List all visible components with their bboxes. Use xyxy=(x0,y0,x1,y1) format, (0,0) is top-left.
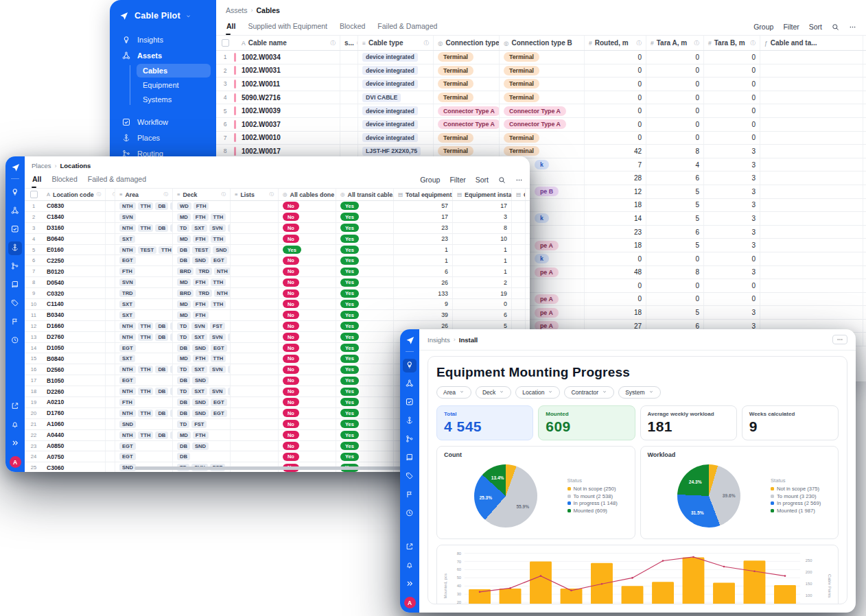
notifications-button[interactable] xyxy=(403,559,417,573)
column-header-s-[interactable]: s...ⓘ xyxy=(340,36,358,50)
rocket-logo-icon[interactable] xyxy=(403,333,417,347)
share-button[interactable] xyxy=(8,400,22,414)
column-header-tara-b-m[interactable]: #Tara B, mⓘ xyxy=(704,36,760,50)
checkbox[interactable] xyxy=(222,39,229,47)
select-all-checkbox[interactable] xyxy=(216,36,234,50)
column-header-location-code[interactable]: ALocation codeⓘ xyxy=(43,189,106,200)
sidebar-item-equipment[interactable]: Equipment xyxy=(137,78,211,92)
chevron-down-icon[interactable] xyxy=(185,10,191,22)
table-row[interactable]: 2C1840SVNMDFTHTTHNoYes173 xyxy=(25,212,530,223)
column-header-cable-and-ta-[interactable]: ƒCable and ta... xyxy=(760,36,863,50)
table-row[interactable]: 4B0640SXTMDFTHTTHNoYes2310 xyxy=(25,234,530,245)
sidebar-item-labels[interactable] xyxy=(8,297,22,311)
tab-failed-damaged[interactable]: Failed & damaged xyxy=(87,171,147,188)
table-row[interactable]: 1C0830NTHTTHDBFTHWDFTHNoYes5717 xyxy=(25,201,530,212)
table-row[interactable]: 11002.W0034device integratedTerminalTerm… xyxy=(216,51,866,64)
column-header-all-cables-done[interactable]: ◎All cables doneⓘ xyxy=(279,189,336,200)
column-header-connection-type-a[interactable]: ◎Connection type A xyxy=(434,36,500,50)
column-header-area[interactable]: ≡Areaⓘ xyxy=(115,189,173,200)
table-row[interactable]: 7B0120FTHBRDTRDNTHNoYes61 xyxy=(25,266,530,277)
share-button[interactable] xyxy=(403,541,417,554)
sort-button[interactable]: Sort xyxy=(476,176,489,184)
avatar[interactable]: A xyxy=(10,456,21,468)
tab-supplied-with-equipment[interactable]: Supplied with Equipment xyxy=(247,19,328,35)
sidebar-item-routing[interactable] xyxy=(403,433,417,447)
sidebar-item-workflow[interactable]: Workflow xyxy=(117,115,209,130)
table-row[interactable]: 9C0320TRDBRDTRDNTHNoYes13319 xyxy=(25,288,530,299)
sidebar-item-assets[interactable] xyxy=(8,204,22,218)
table-row[interactable]: 3D3160NTHTTHDBFTHTDSXTSVNFSTNoYes238 xyxy=(25,223,530,234)
tab-all[interactable]: All xyxy=(32,171,42,188)
table-row[interactable]: 45090.W2716DVI CABLETerminalTerminal000 xyxy=(216,91,866,105)
table-row[interactable]: 61002.W0037device integratedConnector Ty… xyxy=(216,118,866,132)
sidebar-item-assets[interactable] xyxy=(403,377,417,391)
table-row[interactable]: 51002.W0039device integratedConnector Ty… xyxy=(216,104,866,118)
filter-system[interactable]: System xyxy=(618,386,660,399)
sidebar-item-places[interactable]: Places xyxy=(117,130,209,145)
sidebar-item-places[interactable] xyxy=(403,414,417,428)
sidebar-item-history[interactable] xyxy=(403,507,417,521)
breadcrumb-parent[interactable]: Places xyxy=(32,162,51,169)
checkbox[interactable] xyxy=(30,191,38,198)
table-row[interactable]: 11B0340SXTMDFTHNoYes396 xyxy=(25,310,530,321)
column-header-cable-type[interactable]: ≡Cable typeⓘ xyxy=(358,36,434,50)
filter-area[interactable]: Area xyxy=(436,386,471,399)
tab-failed-damaged[interactable]: Failed & Damaged xyxy=(377,19,438,35)
sidebar-item-alerts[interactable] xyxy=(403,488,417,502)
sidebar-item-labels[interactable] xyxy=(403,470,417,484)
sidebar-item-insights[interactable]: Insights xyxy=(117,32,209,47)
search-icon[interactable] xyxy=(832,23,839,31)
sidebar-item-insights[interactable] xyxy=(8,186,22,200)
filter-contractor[interactable]: Contractor xyxy=(564,386,614,399)
column-header-deck[interactable]: ≡Deckⓘ xyxy=(173,189,231,200)
sidebar-item-routing[interactable] xyxy=(8,260,22,274)
column-header-conn-[interactable]: ▤Conn... xyxy=(512,189,526,200)
table-row[interactable]: 5E0160NTHTESTTTHDBDBTESTSNDEGTYesYes11 xyxy=(25,245,530,256)
notifications-button[interactable] xyxy=(8,418,22,432)
column-header-cable-name[interactable]: ACable nameⓘ xyxy=(237,36,340,50)
sort-button[interactable]: Sort xyxy=(809,23,822,31)
table-row[interactable]: 71002.W0010device integratedTerminalTerm… xyxy=(216,132,866,145)
sidebar-item-catalogs[interactable] xyxy=(403,451,417,465)
rocket-logo-icon[interactable] xyxy=(8,161,22,174)
sidebar-item-catalogs[interactable] xyxy=(8,279,22,292)
group-button[interactable]: Group xyxy=(753,23,773,31)
column-header-tara-a-m[interactable]: #Tara A, mⓘ xyxy=(646,36,704,50)
column-header-lists[interactable]: ≡Listsⓘ xyxy=(231,189,279,200)
tab-blocked[interactable]: Blocked xyxy=(339,19,366,35)
table-row[interactable]: 10C1140SXTMDFTHTTHNoYes90 xyxy=(25,299,530,310)
app-logo-row[interactable]: Cable Pilot xyxy=(115,7,211,32)
table-row[interactable]: 21002.W0031device integratedTerminalTerm… xyxy=(216,64,866,78)
sidebar-item-systems[interactable]: Systems xyxy=(137,93,211,106)
filter-button[interactable]: Filter xyxy=(449,176,465,184)
group-button[interactable]: Group xyxy=(420,176,440,184)
sidebar-item-workflow[interactable] xyxy=(403,396,417,410)
select-all-checkbox[interactable] xyxy=(25,189,43,200)
breadcrumb-parent[interactable]: Insights xyxy=(428,336,450,344)
table-row[interactable]: 8D0540SVNMDFTHTTHNoYes262 xyxy=(25,277,530,288)
column-header-total-equipment-[interactable]: ▤Total equipment...ⓘ xyxy=(394,189,453,200)
table-row[interactable]: 31002.W0011device integratedTerminalTerm… xyxy=(216,78,866,91)
filter-location[interactable]: Location xyxy=(515,386,560,399)
sidebar-item-cables[interactable]: Cables xyxy=(137,64,211,78)
expand-sidebar-button[interactable] xyxy=(8,437,22,451)
sidebar-item-workflow[interactable] xyxy=(8,223,22,237)
breadcrumb-parent[interactable]: Assets xyxy=(226,6,248,14)
more-icon[interactable] xyxy=(849,23,856,31)
column-header-routed-m[interactable]: #Routed, mⓘ xyxy=(585,36,646,50)
search-icon[interactable] xyxy=(498,176,506,184)
table-row[interactable]: 6C2250EGTDBSNDEGTNoYes11 xyxy=(25,255,530,266)
column-header-connection-type-b[interactable]: ◎Connection type B xyxy=(500,36,585,50)
sidebar-item-insights[interactable] xyxy=(403,359,417,372)
expand-sidebar-button[interactable] xyxy=(403,578,417,591)
filter-button[interactable]: Filter xyxy=(783,23,799,31)
column-header-equipment-insta-[interactable]: ▤Equipment insta...ⓘ xyxy=(453,189,512,200)
sidebar-item-places[interactable] xyxy=(8,241,22,255)
more-icon[interactable] xyxy=(832,335,847,344)
sidebar-item-alerts[interactable] xyxy=(8,316,22,329)
avatar[interactable]: A xyxy=(404,597,416,608)
sidebar-item-history[interactable] xyxy=(8,334,22,348)
more-icon[interactable] xyxy=(515,176,523,184)
column-header-all-transit-cable-[interactable]: ◎All transit cable...ⓘ xyxy=(336,189,394,200)
column-header-hidden[interactable]: ⓘ xyxy=(106,189,115,200)
